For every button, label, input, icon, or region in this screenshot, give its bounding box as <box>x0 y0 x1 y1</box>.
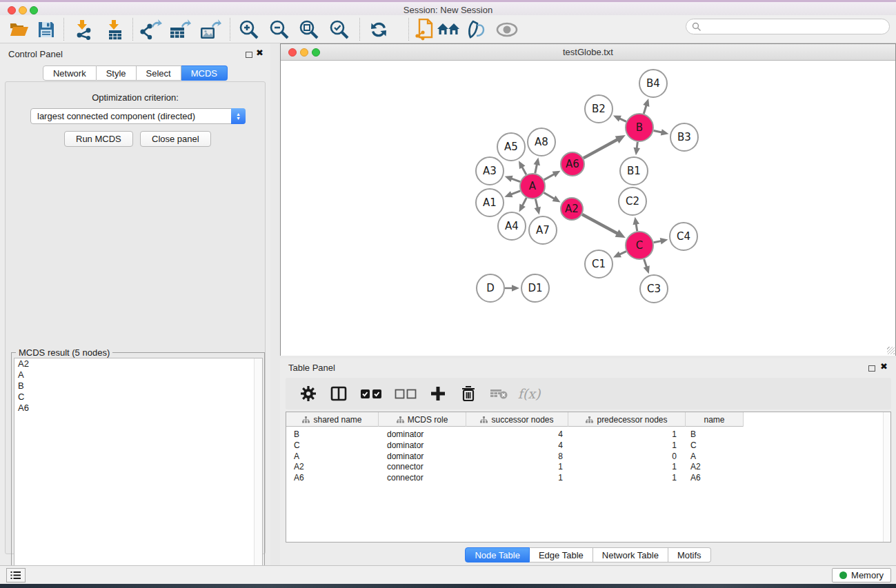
save-session-icon[interactable] <box>34 19 58 41</box>
network-graph[interactable]: B4B2BB3A8A5A6A3B1AA1C2A2A4A7C4CC1C3DD1 <box>281 61 895 356</box>
tab-motifs[interactable]: Motifs <box>668 547 711 562</box>
task-history-button[interactable] <box>6 568 26 582</box>
table-cell[interactable]: C <box>686 440 744 451</box>
table-cell[interactable]: 1 <box>568 440 686 451</box>
table-row[interactable]: A6connector11A6 <box>286 472 744 483</box>
graph-edge-B-B3[interactable] <box>654 130 663 132</box>
search-field[interactable] <box>686 19 890 34</box>
graph-edge-A6-B[interactable] <box>584 139 618 159</box>
table-row[interactable]: A2connector11A2 <box>286 461 744 472</box>
table-cell[interactable]: dominator <box>379 440 466 451</box>
graph-edge-B-B4[interactable] <box>644 105 646 114</box>
list-scrollbar[interactable] <box>254 358 262 582</box>
tab-network-table[interactable]: Network Table <box>593 547 668 562</box>
tab-style[interactable]: Style <box>97 65 137 81</box>
table-cell[interactable]: 8 <box>466 451 568 462</box>
table-cell[interactable]: C <box>286 440 379 451</box>
graph-edge-A-A4[interactable] <box>522 198 527 207</box>
table-row[interactable]: Adominator80A <box>286 451 744 462</box>
graph-edge-A-A6[interactable] <box>544 174 555 180</box>
tab-mcds[interactable]: MCDS <box>181 65 228 81</box>
mcds-result-list[interactable]: A2ABCA6 <box>14 358 263 582</box>
graph-edge-A-A8[interactable] <box>535 163 537 173</box>
tab-network[interactable]: Network <box>43 65 97 81</box>
mcds-result-item[interactable]: A <box>14 369 262 381</box>
mcds-result-item[interactable]: A2 <box>14 358 262 369</box>
mcds-result-item[interactable]: B <box>14 381 262 392</box>
annotation-icon[interactable] <box>465 19 488 41</box>
table-cell[interactable]: A6 <box>286 472 379 483</box>
import-table-icon[interactable] <box>103 19 127 41</box>
import-network-icon[interactable] <box>72 19 95 41</box>
network-canvas[interactable]: B4B2BB3A8A5A6A3B1AA1C2A2A4A7C4CC1C3DD1 <box>281 61 895 356</box>
table-cell[interactable]: 1 <box>466 472 568 483</box>
table-cell[interactable]: 0 <box>568 451 686 462</box>
function-builder-icon[interactable]: f(x) <box>519 383 539 404</box>
graph-edge-A-A7[interactable] <box>535 199 537 208</box>
graph-edge-C-C3[interactable] <box>644 259 647 268</box>
add-column-icon[interactable] <box>428 383 448 404</box>
table-cell[interactable]: 1 <box>568 461 686 472</box>
table-cell[interactable]: 1 <box>568 429 686 440</box>
table-cell[interactable]: 4 <box>466 429 568 440</box>
zoom-fit-icon[interactable] <box>297 19 321 41</box>
column-header[interactable]: MCDS role <box>379 412 466 427</box>
open-file-icon[interactable] <box>8 19 31 41</box>
column-header[interactable]: predecessor nodes <box>568 412 686 427</box>
search-input[interactable] <box>701 22 889 32</box>
table-cell[interactable]: connector <box>379 461 466 472</box>
select-all-columns-icon[interactable] <box>359 383 384 404</box>
tab-node-table[interactable]: Node Table <box>465 547 530 562</box>
float-panel-icon[interactable] <box>246 50 252 60</box>
table-cell[interactable]: B <box>686 429 744 440</box>
zoom-in-icon[interactable] <box>237 19 261 41</box>
zoom-selected-icon[interactable] <box>328 19 351 41</box>
unselect-all-columns-icon[interactable] <box>393 383 418 404</box>
table-cell[interactable]: A2 <box>686 461 744 472</box>
memory-button[interactable]: Memory <box>832 568 891 582</box>
table-scrollbar[interactable] <box>883 412 890 542</box>
close-table-panel-icon[interactable]: ✖ <box>880 361 888 372</box>
table-cell[interactable]: A <box>686 451 744 462</box>
table-cell[interactable]: B <box>286 429 379 440</box>
delete-table-icon[interactable] <box>488 383 509 404</box>
table-cell[interactable]: dominator <box>379 429 466 440</box>
table-cell[interactable]: 1 <box>466 461 568 472</box>
graph-edge-A-A5[interactable] <box>521 166 526 174</box>
graph-edge-A-A2[interactable] <box>544 193 555 199</box>
tab-edge-table[interactable]: Edge Table <box>530 547 593 562</box>
table-cell[interactable]: connector <box>379 472 466 483</box>
resize-grip-icon[interactable] <box>887 347 895 354</box>
mcds-result-item[interactable]: C <box>14 392 262 403</box>
mcds-result-item[interactable]: A6 <box>14 403 262 414</box>
table-cell[interactable]: A <box>286 451 379 462</box>
cyndex-share-icon[interactable] <box>412 19 436 41</box>
delete-column-icon[interactable] <box>458 383 479 404</box>
run-mcds-button[interactable]: Run MCDS <box>64 131 133 147</box>
refresh-icon[interactable] <box>367 19 390 41</box>
graph-edge-A2-C[interactable] <box>582 214 618 234</box>
optimization-criterion-select[interactable]: largest connected component (directed) ▲… <box>30 108 246 124</box>
tab-select[interactable]: Select <box>137 65 181 81</box>
table-cell[interactable]: 1 <box>568 472 686 483</box>
show-hide-icon[interactable] <box>495 19 519 41</box>
float-table-panel-icon[interactable] <box>868 363 875 374</box>
close-panel-icon[interactable]: ✖ <box>256 48 263 58</box>
table-cell[interactable]: A6 <box>686 472 744 483</box>
close-panel-button[interactable]: Close panel <box>140 131 211 147</box>
table-row[interactable]: Bdominator41B <box>286 429 744 440</box>
column-header[interactable]: name <box>686 412 744 427</box>
graph-edge-A-A3[interactable] <box>510 179 520 182</box>
column-header[interactable]: successor nodes <box>466 412 568 427</box>
genemania-icon[interactable] <box>437 19 460 41</box>
gear-icon[interactable] <box>298 383 319 404</box>
graph-edge-A-A1[interactable] <box>510 191 520 195</box>
table-cell[interactable]: 4 <box>466 440 568 451</box>
split-view-icon[interactable] <box>328 383 349 404</box>
table-cell[interactable]: A2 <box>286 461 379 472</box>
export-image-icon[interactable] <box>199 19 222 41</box>
table-cell[interactable]: dominator <box>379 451 466 462</box>
export-table-icon[interactable] <box>168 19 192 41</box>
column-header[interactable]: shared name <box>286 412 379 427</box>
export-network-icon[interactable] <box>139 19 163 41</box>
